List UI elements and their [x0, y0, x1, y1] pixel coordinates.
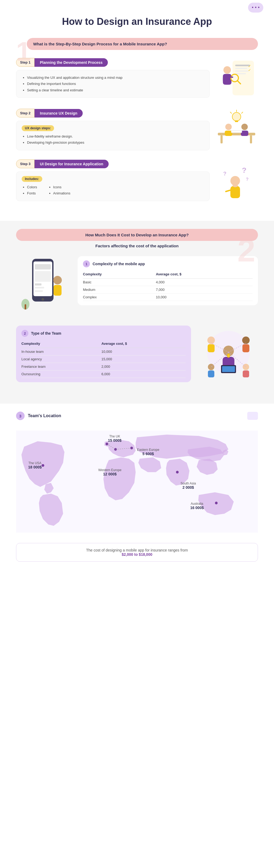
- table-row: Complex 10,000: [83, 293, 253, 301]
- step2-bullet2: Developing high-precision prototypes: [27, 140, 204, 146]
- factor2-header: 2 Type of the Team: [21, 330, 186, 337]
- f1-row1-col1: Basic: [83, 279, 156, 286]
- svg-rect-4: [235, 73, 246, 74]
- step2-row: Step 2 Insurance UX Design UX design ste…: [16, 109, 258, 151]
- f2-row1-col2: 10,000: [102, 348, 186, 355]
- step2-header: Step 2 Insurance UX Design: [16, 109, 210, 118]
- table-row: Medium 7,000: [83, 286, 253, 293]
- page-title: How to Design an Insurance App: [0, 5, 274, 33]
- section2-subtitle: Factors affecting the cost of the applic…: [16, 244, 258, 248]
- location-eastern-europe: Eastern Europe 5 600$: [137, 448, 159, 456]
- f2-row1-col1: In-house team: [21, 348, 102, 355]
- table-row: Local agency 15,000: [21, 355, 186, 363]
- step1-bullet2: Defining the important functions: [27, 81, 204, 87]
- step3-col1-item1: Colors: [27, 184, 37, 190]
- svg-text:?: ?: [242, 166, 246, 175]
- svg-text:✓: ✓: [248, 68, 251, 72]
- svg-rect-35: [35, 264, 51, 270]
- step3-col2-item1: Icons: [53, 184, 71, 190]
- factor1-card: 1 Complexity of the mobile app Complexit…: [78, 256, 258, 305]
- svg-line-23: [230, 112, 232, 114]
- f1-row3-col2: 10,000: [156, 293, 253, 301]
- svg-rect-57: [243, 370, 249, 377]
- factor3-header: 3 Team's Location: [16, 411, 258, 420]
- svg-rect-36: [35, 271, 51, 282]
- summary-box: The cost of designing a mobile app for i…: [16, 543, 258, 562]
- step3-illustration: ? ? ?: [215, 159, 258, 202]
- factor1-row: 1 Complexity of the mobile app Complexit…: [16, 256, 258, 315]
- location-western-europe: Western Europe 12 000$: [98, 468, 121, 476]
- step2-illustration: [215, 109, 258, 151]
- location-australia: Australia 16 000$: [190, 502, 204, 510]
- f2-row4-col2: 6,000: [102, 370, 186, 378]
- factor2-th2: Average cost, $: [102, 341, 186, 348]
- svg-line-12: [227, 76, 232, 77]
- svg-rect-38: [35, 287, 44, 288]
- table-row: Freelance team 2,000: [21, 363, 186, 370]
- svg-rect-14: [220, 135, 223, 144]
- step1-illustration: ✓ ✓: [215, 58, 258, 101]
- svg-point-16: [225, 124, 232, 130]
- svg-rect-39: [35, 290, 43, 292]
- svg-line-24: [241, 112, 243, 114]
- svg-text:?: ?: [223, 170, 226, 177]
- svg-rect-42: [54, 285, 61, 296]
- svg-line-32: [226, 190, 230, 191]
- svg-point-18: [241, 124, 248, 130]
- step3-two-col: Colors Fonts Icons Animations: [22, 184, 204, 196]
- step3-body: Includes: Colors Fonts Icons Animations: [16, 172, 210, 201]
- svg-rect-51: [208, 344, 215, 352]
- svg-rect-1: [235, 65, 250, 66]
- svg-point-8: [223, 66, 231, 74]
- svg-rect-27: [230, 186, 240, 198]
- factor2-card: 2 Type of the Team Complexity Average co…: [16, 326, 191, 382]
- ux-label: UX design steps:: [22, 125, 54, 131]
- f1-row1-col2: 4,000: [156, 279, 253, 286]
- step1-header: Step 1 Planning the Development Process: [16, 58, 210, 67]
- factor2-number: 2: [21, 330, 28, 337]
- factor3-title: Team's Location: [28, 413, 61, 418]
- svg-point-52: [242, 337, 250, 344]
- section1-question-banner: What is the Step-By-Step Design Process …: [27, 38, 258, 50]
- factor1-title: Complexity of the mobile app: [92, 262, 145, 266]
- step1-content: Step 1 Planning the Development Process …: [16, 58, 210, 98]
- chat-bubble: • • •: [248, 3, 263, 12]
- step2-body: UX design steps: Low-fidelity wireframe …: [16, 121, 210, 150]
- factor1-number: 1: [83, 260, 90, 267]
- step3-row: Step 3 UI Design for Insurance Applicati…: [16, 159, 258, 202]
- f2-row2-col1: Local agency: [21, 355, 102, 363]
- phone-illustration: [16, 256, 70, 315]
- factor1-header: 1 Complexity of the mobile app: [83, 260, 253, 267]
- f2-row3-col1: Freelance team: [21, 363, 102, 370]
- section2-big-number: 2: [237, 234, 255, 266]
- svg-text:✓: ✓: [228, 355, 229, 357]
- f1-row2-col2: 7,000: [156, 286, 253, 293]
- factor1-th2: Average cost, $: [156, 271, 253, 279]
- factor2-title: Type of the Team: [31, 331, 61, 336]
- section2-question-banner: How Much Does It Cost to Develop an Insu…: [16, 229, 258, 241]
- svg-rect-13: [218, 133, 255, 135]
- svg-rect-25: [231, 131, 242, 133]
- step2-content: Step 2 Insurance UX Design UX design ste…: [16, 109, 210, 150]
- table-row: Basic 4,000: [83, 279, 253, 286]
- step3-col1-item2: Fonts: [27, 190, 37, 196]
- factor2-th1: Complexity: [21, 341, 102, 348]
- svg-rect-53: [242, 344, 249, 352]
- step1-body: Visualizing the UX and application struc…: [16, 70, 210, 98]
- step3-header: Step 3 UI Design for Insurance Applicati…: [16, 159, 210, 168]
- f1-row3-col1: Complex: [83, 293, 156, 301]
- step1-title: Planning the Development Process: [34, 58, 108, 67]
- step3-col2-item2: Animations: [53, 190, 71, 196]
- step3-label: Step 3: [16, 159, 34, 168]
- f2-row2-col2: 15,000: [102, 355, 186, 363]
- svg-point-41: [53, 276, 62, 284]
- includes-label: Includes:: [22, 176, 42, 182]
- svg-point-69: [215, 502, 218, 504]
- svg-point-40: [42, 298, 44, 301]
- location-south-asia: South Asia 2 000$: [181, 482, 196, 490]
- factor1-th1: Complexity: [83, 271, 156, 279]
- f2-row3-col2: 2,000: [102, 363, 186, 370]
- svg-text:?: ?: [246, 177, 249, 182]
- factor3-number: 3: [16, 411, 25, 420]
- location-usa: The USA 18 000$: [28, 461, 42, 469]
